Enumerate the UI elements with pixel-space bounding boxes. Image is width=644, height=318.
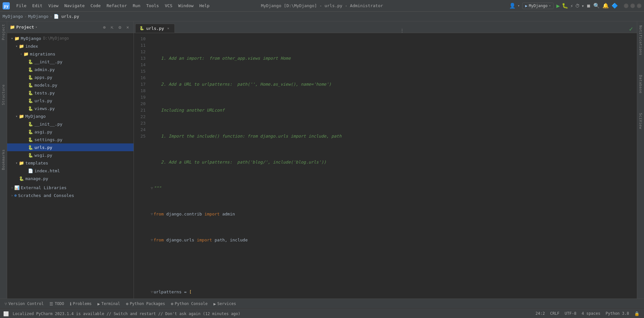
pycharm-icon[interactable]: 🔷 [612, 3, 618, 9]
title-bar-left: py File Edit View Navigate Code Refactor… [3, 2, 212, 9]
breadcrumb-filename: urls.py [61, 14, 79, 19]
menu-window[interactable]: Window [176, 2, 196, 9]
search-button[interactable]: 🔍 [593, 3, 600, 9]
stop-button[interactable]: ⏹ [586, 3, 591, 8]
left-tab-bookmarks[interactable]: Bookmarks [0, 147, 6, 173]
tree-index-html[interactable]: 📄 index.html [7, 167, 134, 175]
bottom-tab-todo[interactable]: ☰ TODO [47, 300, 67, 308]
menu-help[interactable]: Help [197, 2, 212, 9]
dropdown-arrow[interactable]: ▾ [518, 4, 520, 7]
updates-icon[interactable]: 🔔 [602, 3, 609, 9]
right-tab-database[interactable]: Database [638, 72, 644, 96]
tree-models-py[interactable]: 🐍 models.py [7, 81, 134, 89]
close-button[interactable]: ✕ [637, 4, 641, 8]
left-tab-project[interactable]: Project [0, 21, 6, 43]
tree-asgi-py[interactable]: 🐍 asgi.py [7, 128, 134, 136]
tree-mydjango-folder[interactable]: ▾ 📁 MyDjango [7, 112, 134, 120]
tree-urls-main-py[interactable]: 🐍 urls.py [7, 143, 134, 151]
breadcrumb-mydjango[interactable]: MyDjango [28, 14, 48, 19]
code-text: Including another URLconf [151, 107, 225, 114]
bottom-tab-terminal[interactable]: ▶ Terminal [95, 300, 123, 308]
tree-templates-folder[interactable]: ▾ 📁 templates [7, 159, 134, 167]
tree-manage-py[interactable]: 🐍 manage.py [7, 175, 134, 182]
python-version[interactable]: Python 3.8 [604, 311, 630, 316]
indent-setting[interactable]: 4 spaces [580, 311, 602, 316]
cursor-position[interactable]: 24:2 [534, 311, 546, 316]
bottom-tab-python-console[interactable]: ⊕ Python Console [168, 300, 210, 308]
menu-refactor[interactable]: Refactor [104, 2, 130, 9]
tab-file-icon: 🐍 [139, 26, 144, 31]
tree-init-py[interactable]: 🐍 __init__.py [7, 58, 134, 66]
scratches-name: Scratches and Consoles [18, 193, 74, 198]
tab-close-button[interactable]: × [166, 26, 171, 31]
bottom-tab-python-packages[interactable]: ⊕ Python Packages [123, 300, 168, 308]
fold-indicator-19[interactable]: ▽ [151, 289, 153, 295]
tree-apps-py[interactable]: 🐍 apps.py [7, 73, 134, 81]
line-ending[interactable]: CRLF [549, 311, 561, 316]
breadcrumb-project[interactable]: MyDjango [3, 14, 23, 19]
tree-root[interactable]: ▾ 📁 MyDjango D:\MyDjango [7, 34, 134, 42]
tree-tests-py[interactable]: 🐍 tests.py [7, 89, 134, 97]
tab-more-button[interactable]: ⋮ [398, 28, 406, 33]
left-tab-structure[interactable]: Structure [0, 82, 6, 108]
encoding[interactable]: UTF-8 [563, 311, 578, 316]
fold-indicator-16[interactable]: ▽ [151, 211, 153, 217]
add-icon[interactable]: ⊕ [101, 24, 108, 31]
right-tab-notifications[interactable]: Notifications [638, 23, 644, 58]
mydjango-chevron: ▾ [14, 114, 19, 118]
profile-icon[interactable]: 👤 [509, 3, 516, 9]
vcs-icon: ⑂ [5, 301, 7, 306]
menu-file[interactable]: File [14, 2, 29, 9]
tab-urls-py[interactable]: 🐍 urls.py × [135, 24, 175, 33]
dropdown-more[interactable]: ▾ [582, 3, 584, 8]
profile-btn[interactable]: ⏱ [575, 3, 580, 8]
status-notification[interactable]: Localized PyCharm 2023.1.4 is available … [11, 312, 242, 316]
menu-view[interactable]: View [46, 2, 61, 9]
menu-tools[interactable]: Tools [144, 2, 161, 9]
fold-indicator-17[interactable]: ▽ [151, 237, 153, 243]
breadcrumb-urls[interactable]: 📄 urls.py [54, 14, 79, 19]
ln-13: 13 [134, 55, 146, 62]
menu-navigate[interactable]: Navigate [62, 2, 87, 9]
lock-icon[interactable]: 🔒 [633, 311, 641, 316]
menu-vcs[interactable]: VCS [162, 2, 175, 9]
tree-index-folder[interactable]: ▾ 📁 index [7, 42, 134, 50]
minimize-button[interactable]: — [624, 4, 628, 8]
run-config[interactable]: ▶ MyDjango ▾ [522, 3, 554, 9]
admin-py-name: admin.py [34, 67, 55, 72]
packages-icon: ⊕ [126, 301, 129, 306]
code-editor[interactable]: 10 11 12 13 14 15 16 17 18 19 20 21 22 2… [134, 33, 637, 299]
tree-mydjango-init[interactable]: 🐍 __init__.py [7, 120, 134, 128]
code-content[interactable]: 1. Add an import: from other_app.views i… [148, 33, 637, 299]
tree-wsgi-py[interactable]: 🐍 wsgi.py [7, 151, 134, 159]
tree-scratches[interactable]: › ⊕ Scratches and Consoles [7, 191, 134, 199]
status-expand-icon[interactable]: ⬜ [3, 311, 9, 316]
bottom-tab-vcs[interactable]: ⑂ Version Control [2, 300, 46, 308]
fold-indicator-15[interactable]: ▽ [151, 185, 153, 191]
tree-migrations[interactable]: › 📁 migrations [7, 50, 134, 58]
todo-label: TODO [55, 301, 64, 306]
todo-icon: ☰ [49, 301, 53, 306]
vcs-label: Version Control [8, 301, 44, 306]
tree-admin-py[interactable]: 🐍 admin.py [7, 66, 134, 73]
collapse-icon[interactable]: ⇱ [109, 24, 115, 31]
code-text [151, 263, 153, 269]
maximize-button[interactable]: □ [630, 4, 635, 8]
templates-chevron: ▾ [14, 161, 19, 165]
coverage-button[interactable]: ⚡ [570, 3, 573, 8]
gear-icon[interactable]: ⚙ [117, 24, 123, 31]
debug-button[interactable]: 🐛 [562, 3, 568, 9]
tree-settings-py[interactable]: 🐍 settings.py [7, 136, 134, 143]
right-tab-sciview[interactable]: SciView [638, 110, 644, 132]
bottom-tab-services[interactable]: ▶ Services [211, 300, 239, 308]
run-button[interactable]: ▶ [556, 2, 560, 9]
bottom-tab-problems[interactable]: ℹ Problems [67, 300, 94, 308]
menu-run[interactable]: Run [130, 2, 143, 9]
menu-edit[interactable]: Edit [30, 2, 45, 9]
tree-views-py[interactable]: 🐍 views.py [7, 104, 134, 112]
tree-external-libs[interactable]: › 📊 External Libraries [7, 184, 134, 191]
close-panel-icon[interactable]: × [124, 24, 131, 31]
tree-dropdown-icon[interactable]: ▾ [35, 25, 37, 29]
menu-code[interactable]: Code [88, 2, 103, 9]
tree-urls-index-py[interactable]: 🐍 urls.py [7, 97, 134, 104]
